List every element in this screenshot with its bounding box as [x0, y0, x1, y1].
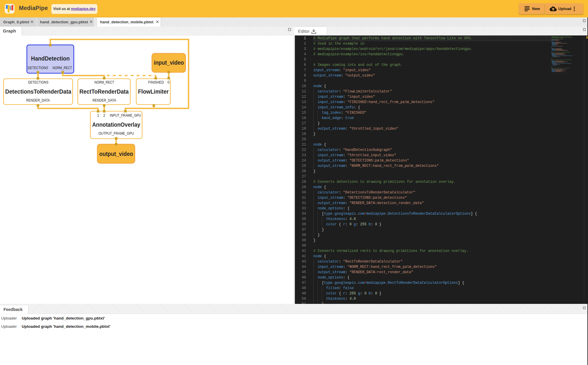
svg-text:NORM_RECT: NORM_RECT	[94, 80, 115, 84]
svg-text:output_video: output_video	[99, 151, 133, 157]
svg-text:RENDER_DATA: RENDER_DATA	[92, 98, 116, 102]
svg-text:0: 0	[167, 80, 169, 84]
svg-text:INPUT_FRAME_GPU: INPUT_FRAME_GPU	[110, 113, 141, 118]
svg-text:FINISHED: FINISHED	[148, 80, 164, 84]
svg-text:2: 2	[103, 113, 105, 118]
svg-text:1: 1	[97, 113, 99, 118]
svg-text:HandDetection: HandDetection	[31, 55, 70, 62]
svg-text:AnnotationOverlay: AnnotationOverlay	[92, 121, 141, 128]
svg-text:RENDER_DATA: RENDER_DATA	[26, 98, 50, 102]
svg-text:RectToRenderData: RectToRenderData	[79, 88, 129, 95]
svg-text:DETECTIONS: DETECTIONS	[28, 80, 48, 84]
svg-text:DetectionsToRenderData: DetectionsToRenderData	[5, 88, 72, 95]
svg-text:FlowLimiter: FlowLimiter	[138, 88, 169, 95]
svg-text:NORM_RECT: NORM_RECT	[53, 66, 72, 70]
svg-text:input_video: input_video	[154, 59, 184, 66]
svg-text:OUTPUT_FRAME_GPU: OUTPUT_FRAME_GPU	[99, 131, 134, 136]
svg-text:DETECTIONS: DETECTIONS	[28, 66, 48, 70]
